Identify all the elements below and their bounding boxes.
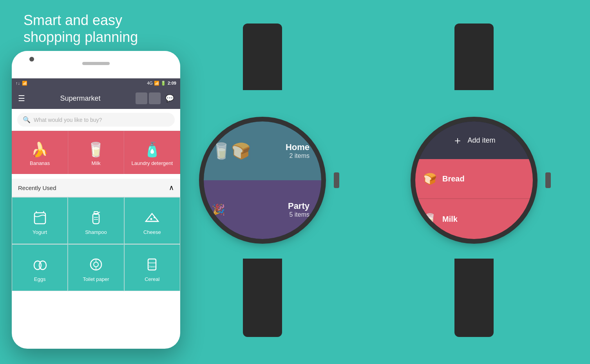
quick-item-bananas[interactable]: 🍌 Bananas xyxy=(12,131,68,174)
quick-add-grid: 🍌 Bananas 🥛 Milk 🧴 Laundry detergent xyxy=(12,131,180,174)
recent-item-yogurt[interactable]: Yogurt xyxy=(12,197,68,244)
app-title: Supermarket xyxy=(60,94,100,103)
header-right: 💬 xyxy=(136,92,174,104)
watch1-face-party: 🎉 Party 5 items xyxy=(204,180,321,239)
chat-icon[interactable]: 💬 xyxy=(165,94,174,103)
recent-item-cheese[interactable]: Cheese xyxy=(124,197,180,244)
watch1-home-count: 2 items xyxy=(289,152,309,159)
headline: Smart and easy shopping planning xyxy=(24,12,138,45)
watch1-band-top xyxy=(243,24,282,90)
status-bar: ↑↓ 📶 4G 📶 🔋 2:09 xyxy=(12,78,180,88)
cereal-icon: Cheerx xyxy=(143,256,161,273)
recently-used-header[interactable]: Recently Used ∧ xyxy=(12,179,180,197)
collapse-icon[interactable]: ∧ xyxy=(169,183,174,192)
cart-thumb-1 xyxy=(136,92,147,104)
network-type: 4G 📶 🔋 xyxy=(147,81,166,86)
cheese-label: Cheese xyxy=(143,229,161,235)
headline-line2: shopping planning xyxy=(24,29,138,45)
watch2-mockup: ＋ Add item 🍞 Bread 🥛 Milk xyxy=(400,24,548,337)
watch1-party-name: Party xyxy=(288,201,309,211)
laundry-label: Laundry detergent xyxy=(132,160,173,166)
recently-used-grid: Yogurt Shampoo xyxy=(12,197,180,291)
watch2-band-bottom xyxy=(454,259,494,337)
watch1-home-name: Home xyxy=(286,142,309,152)
watch1-home-icon: 🥛🍞 xyxy=(212,142,251,160)
eggs-icon xyxy=(31,256,49,273)
status-left: ↑↓ 📶 xyxy=(16,81,27,86)
search-icon: 🔍 xyxy=(23,116,31,123)
svg-rect-1 xyxy=(93,214,99,224)
banana-icon: 🍌 xyxy=(31,141,49,158)
camera-icon xyxy=(29,57,34,62)
watch1-mockup: 🥛🍞 Home 2 items 🎉 Party 5 items xyxy=(188,24,337,337)
watch2-add-label: Add item xyxy=(467,136,495,145)
watch2-milk-icon: 🥛 xyxy=(423,213,437,226)
watch1-party-count: 5 items xyxy=(289,211,309,218)
svg-text:Cheerx: Cheerx xyxy=(148,265,157,268)
speaker-icon xyxy=(82,62,110,65)
watch1-party-icon: 🎉 xyxy=(212,203,225,216)
recent-item-toilet-paper[interactable]: Toilet paper xyxy=(68,244,124,291)
watch2-bread-name: Bread xyxy=(442,174,465,183)
banana-label: Bananas xyxy=(30,160,50,166)
watch1-face-home: 🥛🍞 Home 2 items xyxy=(204,121,321,180)
recent-item-shampoo[interactable]: Shampoo xyxy=(68,197,124,244)
svg-marker-5 xyxy=(146,214,158,221)
cereal-label: Cereal xyxy=(145,276,159,282)
quick-item-milk[interactable]: 🥛 Milk xyxy=(68,131,124,174)
watch1-crown[interactable] xyxy=(334,172,339,188)
hamburger-icon[interactable]: ☰ xyxy=(18,94,25,103)
watch2-crown[interactable] xyxy=(545,172,551,188)
watch2-item-bread[interactable]: 🍞 Bread xyxy=(415,159,533,199)
watch1-band-bottom xyxy=(243,259,282,337)
clock: 2:09 xyxy=(168,81,176,85)
shampoo-icon xyxy=(87,209,105,226)
shampoo-label: Shampoo xyxy=(85,229,107,235)
svg-rect-0 xyxy=(34,213,45,224)
watch2-body: ＋ Add item 🍞 Bread 🥛 Milk xyxy=(415,121,533,239)
svg-point-8 xyxy=(154,217,155,218)
watch2-band-top xyxy=(454,24,494,90)
watch2-milk-name: Milk xyxy=(442,215,458,224)
status-right: 4G 📶 🔋 2:09 xyxy=(147,81,176,86)
search-bar[interactable]: 🔍 What would you like to buy? xyxy=(12,109,180,131)
recent-item-cereal[interactable]: Cheerx Cereal xyxy=(124,244,180,291)
svg-point-12 xyxy=(94,262,98,267)
watch2-item-milk[interactable]: 🥛 Milk xyxy=(415,199,533,239)
search-placeholder: What would you like to buy? xyxy=(34,117,102,123)
quick-item-laundry[interactable]: 🧴 Laundry detergent xyxy=(124,131,180,174)
cart-thumb-2 xyxy=(149,92,161,104)
svg-rect-15 xyxy=(148,259,156,270)
phone-mockup: ↑↓ 📶 4G 📶 🔋 2:09 ☰ Supermarket 💬 xyxy=(12,51,180,349)
svg-point-7 xyxy=(150,218,152,220)
toilet-paper-icon xyxy=(87,256,105,273)
yogurt-label: Yogurt xyxy=(33,229,47,235)
headline-line1: Smart and easy xyxy=(24,12,138,29)
milk-label: Milk xyxy=(91,160,100,166)
wifi-icon: 📶 xyxy=(22,81,27,86)
toilet-paper-label: Toilet paper xyxy=(83,276,109,282)
watch2-bread-icon: 🍞 xyxy=(423,172,437,185)
cheese-icon xyxy=(143,209,161,226)
svg-point-10 xyxy=(39,261,46,270)
quick-add-section: 🍌 Bananas 🥛 Milk 🧴 Laundry detergent xyxy=(12,131,180,179)
app-header: ☰ Supermarket 💬 xyxy=(12,88,180,109)
recently-used-section: Recently Used ∧ Yogurt xyxy=(12,179,180,291)
watch2-add-icon: ＋ xyxy=(452,134,463,147)
recent-item-eggs[interactable]: Eggs xyxy=(12,244,68,291)
laundry-icon: 🧴 xyxy=(143,141,161,158)
recently-used-title: Recently Used xyxy=(18,185,56,191)
yogurt-icon xyxy=(31,209,49,226)
signal-icon: ↑↓ xyxy=(16,81,20,85)
eggs-label: Eggs xyxy=(34,276,46,282)
watch2-add-section[interactable]: ＋ Add item xyxy=(415,121,533,159)
watch1-body: 🥛🍞 Home 2 items 🎉 Party 5 items xyxy=(204,121,321,239)
milk-icon: 🥛 xyxy=(87,141,105,158)
cart-preview xyxy=(136,92,161,104)
